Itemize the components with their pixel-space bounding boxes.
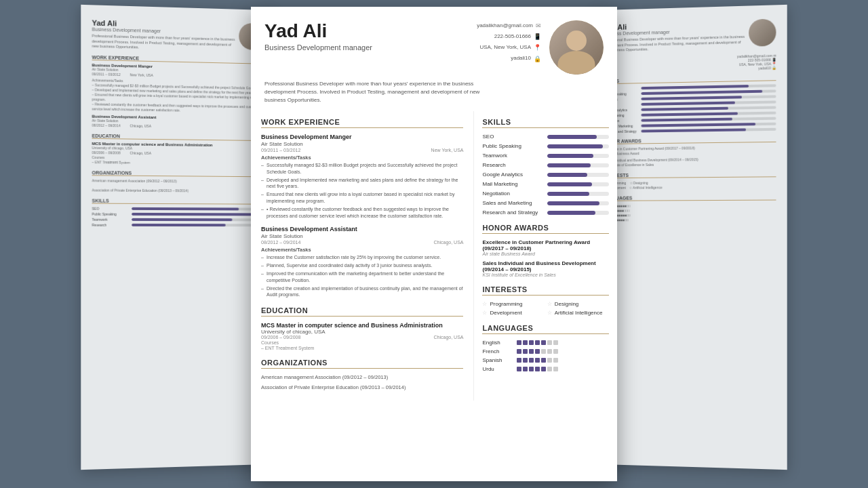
skill-bar-fill-negotiation [547,192,589,196]
contact-info: yadalikhan@gmail.com ✉ 222-505-01666 📱 U… [477,20,541,64]
dot-3 [529,340,534,345]
phone-icon: 📱 [534,31,541,42]
org-entry-2: Association of Private Enterprise Educat… [261,384,463,392]
bullet-2-4: Directed the creation and implementation… [261,285,463,299]
bg-right-award2: Sales Individual and Business Developmen… [603,157,776,167]
dot-3 [529,367,534,371]
dot-6 [547,340,552,345]
dot-1 [517,367,521,371]
interests-grid: ☆ Programming ☆ Designing ☆ Development … [482,301,609,316]
skill-bar-fill-analytics [547,173,587,177]
star-ai: ☆ [547,310,552,316]
dot-6 [547,367,552,371]
email-label: yadalikhan@gmail.com [477,21,533,30]
edu-degree: MCS Master in computer science and Busin… [261,322,463,329]
education-section-title: EDUCATION [261,306,463,317]
bg-right-skills-section: SKILLS [603,75,776,84]
skill-name-strategy: Research and Strategy [482,209,543,216]
skill-research-strategy: Research and Strategy [482,209,609,216]
skill-bar-fill-strategy [547,211,595,215]
job-company-1: Air State Solution [261,141,463,147]
email-icon: ✉ [536,20,541,31]
skill-mail-marketing: Mail Marketing [482,181,609,187]
bullet-1-2: Developed and Implemented new marketing … [261,177,463,190]
job-meta-2: 08/2012 – 09/2014 Chicago, USA [261,240,463,245]
dot-6 [547,349,552,354]
bg-right-interests-section: INTERESTS [603,171,776,178]
work-experience-section-title: WORK EXPERIENCE [261,118,463,128]
skill-bar-bg-seo [547,135,609,139]
bullet-1-1: Successfully managed $2-$3 million Budge… [261,162,463,176]
resume-bio: Professional Business Developer with mor… [264,80,481,104]
interest-label-ai: Artificial Intelligence [555,310,603,316]
dot-2 [523,367,528,371]
bg-left-bullets1: Achievements/Tasks– Successfully managed… [92,78,266,114]
bullet-1-4: • Reviewed constantly the customer feedb… [261,206,463,220]
bg-left-org-section: ORGANIZATIONS [92,170,266,177]
skill-research: Research [482,162,609,168]
award-title-2: Sales Individual and Business Developmen… [482,260,609,272]
contact-social-row: yadali10 🔒 [477,54,541,64]
bg-skill-seo: SEO [92,207,266,211]
skill-seo: SEO [482,134,609,140]
social-icon: 🔒 [534,54,541,64]
location-icon: 📍 [534,42,541,53]
dot-2 [523,340,528,345]
dot-5 [541,358,546,363]
lang-dots-urdu [517,367,558,371]
languages-section-title: LANGUAGES [482,324,609,334]
lang-spanish: Spanish [482,357,609,363]
dot-4 [535,358,540,363]
lang-french: French [482,348,609,354]
interest-development: ☆ Development [482,310,544,316]
interest-label-development: Development [490,310,521,316]
edu-course-name: – ENT Treatment System [261,346,463,350]
dot-5 [541,367,546,371]
interest-ai: ☆ Artificial Intelligence [547,310,609,316]
dot-7 [553,358,558,363]
skill-name-negotiation: Negotiation [482,190,543,197]
skill-teamwork: Teamwork [482,152,609,159]
dot-6 [547,358,552,363]
bg-right-award1: Excellence in Customer Partnering Award … [603,145,776,157]
award-title-1: Excellence in Customer Partnering Award … [482,239,609,251]
contact-email-row: yadalikhan@gmail.com ✉ [477,20,541,31]
bg-right-skill-strategy: Research and Strategy [603,127,776,134]
skill-public-speaking: Public Speaking [482,143,609,149]
job-entry-2: Business Development Assistant Air State… [261,226,463,298]
bg-left-course: Courses– ENT Treatment System [92,155,266,166]
job-title-1: Business Development Manger [261,134,463,140]
bg-left-edu-section: EDUCATION [92,134,266,141]
skill-bar-fill-speaking [547,144,602,148]
skill-name-mail: Mail Marketing [482,181,543,187]
dot-3 [529,349,534,354]
lang-name-english: English [482,340,513,346]
interest-designing: ☆ Designing [547,301,609,307]
avatar-image [549,20,604,75]
bg-right-languages: English ■■■■■□□ French ■■■■□□□ Spanish ■… [603,203,776,223]
job-entry-1: Business Development Manger Air State So… [261,134,463,219]
org-entry-1: American management Association (09/2012… [261,374,463,382]
lang-name-french: French [482,348,513,354]
edu-school: University of chicago, USA [261,329,463,335]
resume-left-column: WORK EXPERIENCE Business Development Man… [251,111,474,401]
resume-body: WORK EXPERIENCE Business Development Man… [251,111,617,401]
bg-left-org: American management Association (09/2012… [92,178,266,194]
bg-skill-speaking: Public Speaking [92,212,266,217]
skill-bar-bg-negotiation [547,192,609,196]
bg-skill-teamwork: Teamwork [92,218,266,222]
skill-sales-marketing: Sales and Marketing [482,200,609,206]
lang-dots-spanish [517,358,558,363]
dot-7 [553,349,558,354]
skill-name-seo: SEO [482,134,543,140]
lang-dots-english [517,340,558,345]
job-dates-2: 08/2012 – 09/2014 [261,240,300,245]
skill-bar-fill-research [547,163,590,167]
lang-english: English [482,340,609,346]
dot-2 [523,358,528,363]
skill-name-research: Research [482,162,543,168]
lang-urdu: Urdu [482,366,609,372]
star-programming: ☆ [482,301,487,307]
job-bullets-2: Increase the Customer satisfaction rate … [261,254,463,298]
star-development: ☆ [482,310,487,316]
